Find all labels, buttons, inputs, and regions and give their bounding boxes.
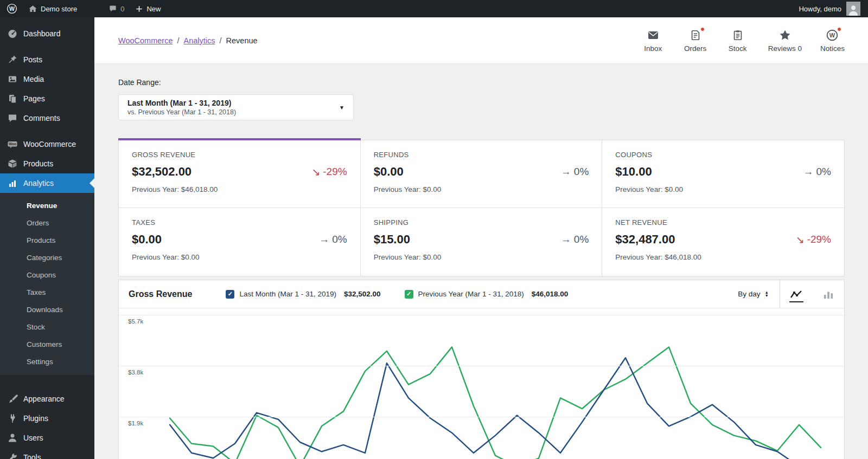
series-line bbox=[170, 347, 821, 459]
sidebar-item-label: Analytics bbox=[23, 179, 54, 188]
summary-card-shipping[interactable]: SHIPPING $15.00 →0% Previous Year: $0.00 bbox=[361, 208, 603, 276]
submenu-item-stock[interactable]: Stock bbox=[0, 318, 94, 335]
revenue-chart-card: Gross Revenue ✓ Last Month (Mar 1 - 31, … bbox=[118, 280, 845, 459]
submenu-item-categories[interactable]: Categories bbox=[0, 249, 94, 266]
sort-arrows-icon: ▲▼ bbox=[765, 291, 769, 298]
breadcrumb-link-analytics[interactable]: Analytics bbox=[183, 36, 215, 45]
gridline bbox=[119, 315, 844, 315]
interval-select[interactable]: By day ▲▼ bbox=[738, 290, 780, 298]
sidebar-item-label: WooCommerce bbox=[23, 140, 76, 148]
avatar[interactable] bbox=[846, 2, 860, 16]
legend-item-previous-year[interactable]: ✓ Previous Year (Mar 1 - 31, 2018) $46,0… bbox=[405, 290, 569, 299]
y-axis-tick-label: $1.9k bbox=[128, 420, 143, 426]
chart-legend: ✓ Last Month (Mar 1 - 31, 2019) $32,502.… bbox=[226, 290, 568, 299]
sidebar-item-comments[interactable]: Comments bbox=[0, 108, 94, 128]
comments-button[interactable]: 0 bbox=[103, 0, 130, 17]
media-icon bbox=[7, 74, 18, 85]
site-name: Demo store bbox=[41, 5, 77, 13]
notices-wordpress-icon: W bbox=[825, 29, 839, 42]
woocommerce-icon: Woo bbox=[7, 139, 18, 150]
howdy-text[interactable]: Howdy, demo bbox=[799, 5, 841, 13]
sidebar-item-posts[interactable]: Posts bbox=[0, 50, 94, 69]
chart-type-toggle bbox=[780, 280, 844, 308]
new-content-button[interactable]: New bbox=[130, 0, 166, 17]
svg-text:W: W bbox=[9, 5, 15, 12]
admin-sidebar: Dashboard Posts Media Pages bbox=[0, 17, 94, 459]
line-chart-button[interactable] bbox=[780, 280, 812, 308]
summary-card-taxes[interactable]: TAXES $0.00 →0% Previous Year: $0.00 bbox=[119, 208, 361, 276]
sidebar-item-label: Products bbox=[23, 159, 53, 168]
activity-notices-button[interactable]: W Notices bbox=[820, 29, 845, 53]
checkbox-checked-blue[interactable]: ✓ bbox=[226, 290, 234, 299]
sidebar-item-appearance[interactable]: Appearance bbox=[0, 389, 94, 409]
pages-icon bbox=[7, 93, 18, 104]
submenu-item-downloads[interactable]: Downloads bbox=[0, 301, 94, 318]
sidebar-item-label: Comments bbox=[23, 114, 60, 122]
legend-item-last-month[interactable]: ✓ Last Month (Mar 1 - 31, 2019) $32,502.… bbox=[226, 290, 380, 299]
analytics-submenu: Revenue Orders Products Categories Coupo… bbox=[0, 193, 94, 375]
trend-down-arrow-icon: ↘ bbox=[796, 234, 805, 246]
trend-flat-indicator: →0% bbox=[803, 166, 831, 178]
sidebar-item-products[interactable]: Products bbox=[0, 154, 94, 173]
chevron-down-icon: ▼ bbox=[339, 105, 344, 111]
submenu-item-orders[interactable]: Orders bbox=[0, 214, 94, 231]
sidebar-item-label: Tools bbox=[23, 453, 41, 459]
bar-chart-icon bbox=[822, 289, 834, 299]
activity-stock-button[interactable]: Reviews 0 Stock bbox=[726, 29, 750, 53]
sidebar-item-analytics[interactable]: Analytics bbox=[0, 173, 94, 193]
chart-header: Gross Revenue ✓ Last Month (Mar 1 - 31, … bbox=[119, 280, 844, 308]
sidebar-item-pages[interactable]: Pages bbox=[0, 89, 94, 108]
wordpress-logo-icon: W bbox=[7, 3, 17, 14]
trend-flat-arrow-icon: → bbox=[561, 234, 571, 245]
submenu-item-settings[interactable]: Settings bbox=[0, 353, 94, 370]
checkbox-checked-green[interactable]: ✓ bbox=[405, 290, 413, 299]
date-range-select[interactable]: Last Month (Mar 1 - 31, 2019) vs. Previo… bbox=[118, 94, 354, 120]
date-range-primary: Last Month (Mar 1 - 31, 2019) bbox=[127, 99, 339, 107]
sidebar-item-media[interactable]: Media bbox=[0, 69, 94, 89]
bar-chart-button[interactable] bbox=[812, 280, 844, 308]
summary-card-gross-revenue[interactable]: GROSS REVENUE $32,502.00 ↘-29% Previous … bbox=[119, 140, 361, 208]
dashboard-icon bbox=[7, 28, 18, 39]
plus-icon bbox=[135, 5, 143, 13]
plug-icon bbox=[7, 413, 18, 424]
brush-icon bbox=[7, 393, 18, 404]
chart-title: Gross Revenue bbox=[119, 289, 226, 299]
summary-card-refunds[interactable]: REFUNDS $0.00 →0% Previous Year: $0.00 bbox=[361, 140, 603, 208]
box-icon bbox=[7, 158, 18, 169]
submenu-item-coupons[interactable]: Coupons bbox=[0, 266, 94, 283]
sidebar-item-label: Posts bbox=[23, 55, 42, 64]
trend-flat-indicator: →0% bbox=[561, 234, 589, 245]
submenu-item-customers[interactable]: Customers bbox=[0, 335, 94, 353]
sidebar-item-dashboard[interactable]: Dashboard bbox=[0, 24, 94, 43]
inbox-envelope-icon bbox=[646, 29, 660, 42]
user-silhouette-icon bbox=[847, 4, 859, 16]
revenue-line-chart bbox=[119, 308, 844, 459]
activity-reviews-button[interactable]: Reviews 0 bbox=[768, 29, 802, 53]
sidebar-item-plugins[interactable]: Plugins bbox=[0, 409, 94, 428]
submenu-item-revenue[interactable]: Revenue bbox=[0, 197, 94, 214]
breadcrumb-link-woocommerce[interactable]: WooCommerce bbox=[118, 36, 173, 45]
sidebar-item-users[interactable]: Users bbox=[0, 428, 94, 448]
y-axis-tick-label: $3.8k bbox=[128, 369, 143, 376]
activity-inbox-button[interactable]: Inbox bbox=[641, 29, 665, 53]
site-name-button[interactable]: Demo store bbox=[23, 0, 82, 17]
sidebar-item-label: Media bbox=[23, 75, 44, 83]
sidebar-item-tools[interactable]: Tools bbox=[0, 448, 94, 459]
trend-down-arrow-icon: ↘ bbox=[311, 166, 320, 178]
summary-card-net-revenue[interactable]: NET REVENUE $32,487.00 ↘-29% Previous Ye… bbox=[602, 208, 844, 276]
wordpress-menu-button[interactable]: W bbox=[0, 0, 23, 17]
trend-flat-arrow-icon: → bbox=[319, 234, 329, 245]
wc-admin-header: WooCommerce/Analytics/Revenue Inbox bbox=[94, 17, 868, 64]
pushpin-icon bbox=[7, 54, 18, 65]
summary-cards: GROSS REVENUE $32,502.00 ↘-29% Previous … bbox=[118, 140, 845, 276]
submenu-item-products[interactable]: Products bbox=[0, 231, 94, 249]
sidebar-item-woocommerce[interactable]: Woo WooCommerce bbox=[0, 134, 94, 154]
series-line bbox=[170, 358, 821, 459]
notices-unread-badge bbox=[837, 27, 841, 31]
chart-plot-area: $5.7k$3.8k$1.9k bbox=[119, 308, 844, 459]
submenu-item-taxes[interactable]: Taxes bbox=[0, 283, 94, 301]
y-axis-tick-label: $5.7k bbox=[128, 318, 143, 325]
activity-orders-button[interactable]: Orders bbox=[684, 29, 707, 53]
summary-card-coupons[interactable]: COUPONS $10.00 →0% Previous Year: $0.00 bbox=[602, 140, 844, 208]
admin-bar: W Demo store 0 New Howdy, demo bbox=[0, 0, 868, 17]
